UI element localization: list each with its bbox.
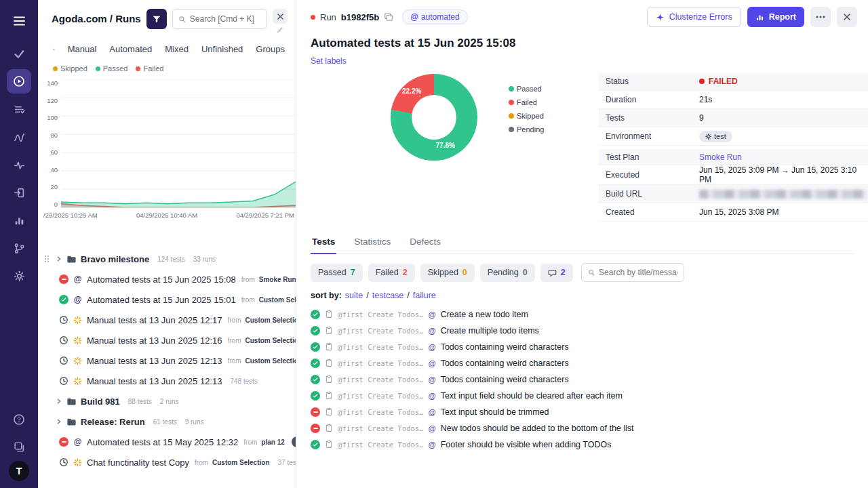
report-button[interactable]: Report <box>747 7 804 27</box>
pin-panel-icon[interactable] <box>277 26 284 33</box>
tree-row[interactable]: @ Manual tests at 13 Jun 2025 12:13 748 … <box>38 371 296 391</box>
tests-search[interactable] <box>581 263 684 282</box>
passed-status-icon <box>311 391 320 401</box>
chevron-right-icon[interactable] <box>56 398 62 405</box>
tree-row[interactable]: @ Release: Rerun 61 tests 9 runs <box>38 411 296 432</box>
test-row[interactable]: @first Create Todos… @ Create a new todo… <box>311 307 854 322</box>
runs-tab[interactable]: Mixed <box>165 44 189 54</box>
run-title[interactable]: Manual tests at 13 Jun 2025 12:16 <box>87 336 222 346</box>
test-row[interactable]: @first Create Todos… @ Todos containing … <box>311 372 854 387</box>
passed-status-icon <box>59 295 68 304</box>
import-icon[interactable] <box>7 180 31 205</box>
test-row[interactable]: @first Create Todos… @ Footer should be … <box>311 437 854 452</box>
run-title[interactable]: Automated tests at 15 Jun 2025 15:08 <box>87 274 236 285</box>
runs-tab[interactable]: Unfinished <box>201 44 243 54</box>
projects-icon[interactable] <box>7 435 31 460</box>
sort-option[interactable]: testcase <box>372 291 404 300</box>
run-title[interactable]: Chat functinality test Copy <box>87 458 189 468</box>
settings-gear-icon[interactable] <box>7 264 31 288</box>
comments-filter-chip[interactable]: 2 <box>540 264 573 282</box>
test-row[interactable]: @first Create Todos… @ Todos containing … <box>311 356 854 371</box>
y-axis-labels: 140120100806040200 <box>42 79 61 208</box>
chevron-right-icon[interactable] <box>56 418 62 425</box>
drag-handle-icon[interactable] <box>44 255 50 263</box>
tasks-check-icon[interactable] <box>7 41 31 66</box>
runs-tab[interactable]: Groups <box>256 44 285 54</box>
detail-value: 21s <box>699 95 712 104</box>
donut-legend-item: Passed <box>509 85 544 93</box>
run-title[interactable]: Release: Rerun <box>81 417 145 427</box>
tests-search-input[interactable] <box>599 268 677 277</box>
runs-play-icon[interactable] <box>7 69 31 94</box>
tree-row[interactable]: @ Bravo milestone 124 tests 33 runs <box>38 249 296 269</box>
testomat-logo[interactable]: T <box>9 461 29 481</box>
test-title[interactable]: Text input should be trimmed <box>441 407 549 417</box>
automated-run-icon: @ <box>73 437 83 447</box>
sort-option[interactable]: failure <box>413 291 436 300</box>
more-button[interactable] <box>810 7 831 27</box>
clusterize-errors-button[interactable]: Clusterize Errors <box>647 7 741 27</box>
run-title[interactable]: Manual tests at 13 Jun 2025 12:13 <box>87 376 222 386</box>
git-branch-icon[interactable] <box>7 236 31 260</box>
test-title[interactable]: Footer should be visible when adding TOD… <box>441 440 612 449</box>
run-title[interactable]: Automated tests at 15 Jun 2025 15:01 <box>87 295 236 305</box>
run-title[interactable]: Automated tests at 15 May 2025 12:32 <box>87 437 238 447</box>
runs-tab[interactable]: Automated <box>109 44 152 54</box>
run-title[interactable]: Manual tests at 13 Jun 2025 12:17 <box>87 315 222 325</box>
status-filter-chip[interactable]: Pending0 <box>480 264 535 282</box>
run-title[interactable]: Bravo milestone <box>81 254 149 264</box>
status-filter-chip[interactable]: Passed7 <box>311 264 363 282</box>
test-row[interactable]: @first Create Todos… @ Create multiple t… <box>311 323 854 338</box>
pulse-icon[interactable] <box>7 152 31 177</box>
test-title[interactable]: Todos containing weird characters <box>441 342 569 352</box>
test-row[interactable]: @first Create Todos… @ Text input should… <box>311 405 854 420</box>
tree-row[interactable]: @ Build 981 88 tests 2 runs <box>38 391 296 411</box>
folder-icon <box>66 254 77 264</box>
tree-row[interactable]: @ Manual tests at 13 Jun 2025 12:16 from… <box>38 330 296 350</box>
tree-row[interactable]: @ Manual tests at 13 Jun 2025 12:13 from… <box>38 350 296 371</box>
run-title[interactable]: Manual tests at 13 Jun 2025 12:13 <box>87 356 222 366</box>
status-filter-chip[interactable]: Failed2 <box>368 264 415 282</box>
detail-tab[interactable]: Defects <box>408 232 442 253</box>
test-row[interactable]: @first Create Todos… @ Todos containing … <box>311 340 854 354</box>
chevron-right-icon[interactable] <box>56 256 62 262</box>
runs-search-input[interactable] <box>190 14 261 24</box>
test-title[interactable]: Todos containing weird characters <box>441 375 569 384</box>
list-check-icon[interactable] <box>7 97 31 121</box>
tree-row[interactable]: @ Automated tests at 15 Jun 2025 15:08 f… <box>38 269 296 289</box>
filter-button[interactable] <box>146 9 167 29</box>
tree-row[interactable]: @ Chat functinality test Copy from Custo… <box>38 452 296 472</box>
tree-row[interactable]: @ Automated tests at 15 May 2025 12:32 f… <box>38 432 296 452</box>
analytics-curve-icon[interactable] <box>7 125 31 149</box>
run-status-dot <box>311 15 315 20</box>
automated-tag[interactable]: @ automated <box>402 9 467 24</box>
panel-close-button[interactable] <box>273 9 288 24</box>
grid-view-icon[interactable] <box>53 45 55 54</box>
detail-tab[interactable]: Statistics <box>353 232 392 253</box>
bar-chart-icon[interactable] <box>7 208 31 232</box>
legend-dot <box>136 66 140 71</box>
runs-search[interactable] <box>172 9 267 29</box>
test-title[interactable]: Create a new todo item <box>441 310 528 319</box>
test-row[interactable]: @first Create Todos… @ Text input field … <box>311 388 854 403</box>
test-title[interactable]: Todos containing weird characters <box>441 359 569 368</box>
detail-tab[interactable]: Tests <box>311 232 336 254</box>
sort-option[interactable]: suite <box>345 291 363 300</box>
tree-row[interactable]: @ Automated tests at 15 Jun 2025 15:01 f… <box>38 289 296 310</box>
test-row[interactable]: @first Create Todos… @ New todos should … <box>311 421 854 436</box>
test-title[interactable]: New todos should be added to the bottom … <box>441 424 634 433</box>
run-title[interactable]: Build 981 <box>81 396 120 407</box>
tree-row[interactable]: @ Manual tests at 13 Jun 2025 12:17 from… <box>38 310 296 330</box>
close-run-button[interactable] <box>837 7 857 27</box>
run-label: Run <box>320 12 336 22</box>
runs-tab[interactable]: Manual <box>68 44 97 54</box>
test-title[interactable]: Create multiple todo items <box>441 326 539 336</box>
test-title[interactable]: Text input field should be cleared after… <box>441 391 623 401</box>
status-filter-chip[interactable]: Skipped0 <box>420 264 475 282</box>
copy-icon[interactable] <box>384 12 393 22</box>
set-labels-link[interactable]: Set labels <box>311 56 347 66</box>
menu-icon[interactable] <box>7 9 31 33</box>
test-plan-link[interactable]: Smoke Run <box>699 152 742 162</box>
help-icon[interactable]: ? <box>7 407 31 432</box>
legend-dot <box>53 66 58 71</box>
